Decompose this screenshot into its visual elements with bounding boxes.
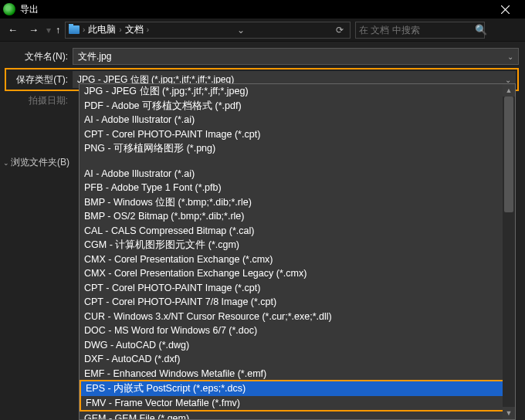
filetype-option[interactable]: BMP - Windows 位图 (*.bmp;*.dib;*.rle) bbox=[80, 195, 515, 210]
folder-icon bbox=[69, 25, 80, 34]
filetype-option[interactable]: BMP - OS/2 Bitmap (*.bmp;*.dib;*.rle) bbox=[80, 209, 515, 224]
filetype-option[interactable]: PNG - 可移植网络图形 (*.png) bbox=[80, 141, 515, 156]
scroll-track[interactable] bbox=[503, 97, 515, 407]
browse-folders-toggle[interactable]: ⌄ 浏览文件夹(B) bbox=[3, 156, 74, 169]
filetype-option[interactable]: CPT - Corel PHOTO-PAINT Image (*.cpt) bbox=[80, 281, 515, 296]
search-input[interactable] bbox=[359, 25, 475, 36]
title-bar: 导出 bbox=[0, 0, 525, 19]
filetype-option[interactable] bbox=[80, 156, 515, 167]
sidebar: ⌄ 浏览文件夹(B) bbox=[0, 110, 77, 420]
filename-label: 文件名(N): bbox=[6, 50, 73, 63]
filetype-option[interactable]: GEM - GEM File (*.gem) bbox=[80, 412, 515, 420]
filetype-option[interactable]: AI - Adobe Illustrator (*.ai) bbox=[80, 113, 515, 127]
chevron-right-icon[interactable]: › bbox=[147, 25, 149, 34]
filetype-label: 保存类型(T): bbox=[8, 73, 73, 86]
filetype-option[interactable]: CMX - Corel Presentation Exchange Legacy… bbox=[80, 266, 515, 281]
nav-toolbar: ← → ▾ ↑ › 此电脑 › 文档 › ⌄ ⟳ 🔍 bbox=[0, 19, 525, 42]
filetype-option[interactable]: DOC - MS Word for Windows 6/7 (*.doc) bbox=[80, 323, 515, 338]
crumb-documents[interactable]: 文档 bbox=[124, 23, 145, 36]
back-icon[interactable]: ← bbox=[5, 24, 21, 36]
close-icon[interactable] bbox=[488, 0, 522, 19]
window-title: 导出 bbox=[20, 3, 488, 16]
search-box[interactable]: 🔍 bbox=[355, 22, 485, 39]
filetype-option[interactable]: PDF - Adobe 可移植文档格式 (*.pdf) bbox=[80, 99, 515, 113]
scroll-down-icon[interactable]: ▼ bbox=[503, 407, 515, 419]
app-icon bbox=[3, 3, 15, 15]
filetype-option[interactable]: EMF - Enhanced Windows Metafile (*.emf) bbox=[80, 367, 515, 381]
filetype-option[interactable]: CUR - Windows 3.x/NT Cursor Resource (*.… bbox=[80, 310, 515, 324]
recent-dropdown-icon[interactable]: ▾ bbox=[46, 25, 51, 36]
scroll-up-icon[interactable]: ▲ bbox=[503, 84, 515, 97]
refresh-icon[interactable]: ⟳ bbox=[333, 25, 347, 36]
filetype-dropdown[interactable]: JPG - JPEG 位图 (*.jpg;*.jtf;*.jff;*.jpeg)… bbox=[79, 83, 516, 420]
filetype-option[interactable]: CAL - CALS Compressed Bitmap (*.cal) bbox=[80, 224, 515, 239]
filetype-option[interactable]: AI - Adobe Illustrator (*.ai) bbox=[80, 167, 515, 181]
filetype-option[interactable]: CPT - Corel PHOTO-PAINT Image (*.cpt) bbox=[80, 127, 515, 142]
search-icon[interactable]: 🔍 bbox=[475, 24, 487, 36]
dropdown-chevron-icon[interactable]: ⌄ bbox=[234, 25, 248, 36]
filetype-option[interactable]: EPS - 内嵌式 PostScript (*.eps;*.dcs) bbox=[81, 381, 513, 396]
filetype-option[interactable]: FMV - Frame Vector Metafile (*.fmv) bbox=[81, 396, 513, 411]
shotdate-label: 拍摄日期: bbox=[6, 94, 73, 107]
breadcrumb[interactable]: › 此电脑 › 文档 › ⌄ ⟳ bbox=[65, 22, 351, 39]
browse-folders-label: 浏览文件夹(B) bbox=[11, 156, 69, 169]
filetype-option[interactable]: PFB - Adobe Type 1 Font (*.pfb) bbox=[80, 181, 515, 195]
up-icon[interactable]: ↑ bbox=[56, 25, 60, 36]
chevron-down-icon: ⌄ bbox=[3, 159, 9, 167]
scroll-thumb[interactable] bbox=[504, 97, 513, 212]
crumb-this-pc[interactable]: 此电脑 bbox=[86, 23, 117, 36]
filetype-option[interactable]: JPG - JPEG 位图 (*.jpg;*.jtf;*.jff;*.jpeg) bbox=[80, 84, 515, 99]
filetype-option-highlight: EPS - 内嵌式 PostScript (*.eps;*.dcs)FMV - … bbox=[80, 380, 515, 412]
forward-icon[interactable]: → bbox=[25, 24, 42, 36]
filetype-option[interactable]: DWG - AutoCAD (*.dwg) bbox=[80, 338, 515, 353]
chevron-down-icon[interactable]: ⌄ bbox=[507, 52, 513, 61]
chevron-right-icon[interactable]: › bbox=[119, 25, 121, 34]
filetype-option[interactable]: DXF - AutoCAD (*.dxf) bbox=[80, 352, 515, 367]
filename-value: 文件.jpg bbox=[78, 50, 111, 63]
chevron-right-icon[interactable]: › bbox=[83, 25, 85, 34]
chevron-down-icon[interactable]: ⌄ bbox=[505, 76, 511, 84]
filetype-option[interactable]: CPT - Corel PHOTO-PAINT 7/8 Image (*.cpt… bbox=[80, 295, 515, 310]
filetype-option[interactable]: CGM - 计算机图形图元文件 (*.cgm) bbox=[80, 238, 515, 252]
scrollbar[interactable]: ▲▼ bbox=[503, 84, 515, 419]
filetype-option[interactable]: CMX - Corel Presentation Exchange (*.cmx… bbox=[80, 252, 515, 267]
filename-field[interactable]: 文件.jpg ⌄ bbox=[73, 48, 519, 65]
